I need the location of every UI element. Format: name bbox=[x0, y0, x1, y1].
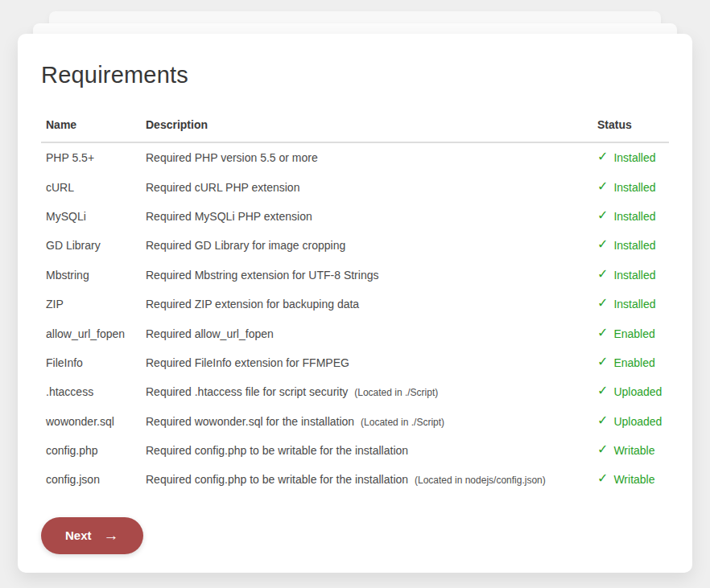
requirement-description-text: Required PHP version 5.5 or more bbox=[146, 151, 318, 164]
table-row: Mbstring Required Mbstring extension for… bbox=[41, 261, 669, 290]
check-icon: ✓ bbox=[597, 181, 608, 193]
requirement-name: PHP 5.5+ bbox=[41, 151, 141, 164]
requirement-description-text: Required ZIP extension for backuping dat… bbox=[146, 298, 359, 310]
requirement-description: Required GD Library for image cropping bbox=[141, 239, 592, 252]
check-icon: ✓ bbox=[597, 356, 608, 368]
check-icon: ✓ bbox=[597, 269, 608, 281]
page-background: { "page": { "title": "Requirements" }, "… bbox=[0, 0, 710, 588]
requirement-description: Required FileInfo extension for FFMPEG bbox=[141, 356, 592, 369]
requirement-name: MySQLi bbox=[41, 210, 141, 223]
requirement-description-text: Required FileInfo extension for FFMPEG bbox=[146, 356, 349, 369]
requirement-status: ✓ Uploaded bbox=[592, 415, 669, 428]
requirement-description: Required MySQLi PHP extension bbox=[141, 210, 592, 223]
arrow-right-icon: → bbox=[104, 528, 119, 543]
requirement-description: Required allow_url_fopen bbox=[141, 327, 592, 340]
table-row: GD Library Required GD Library for image… bbox=[41, 231, 669, 260]
requirement-status: ✓ Writable bbox=[592, 444, 669, 457]
requirement-name: FileInfo bbox=[41, 356, 141, 369]
requirement-description: Required PHP version 5.5 or more bbox=[141, 151, 592, 164]
status-label: Uploaded bbox=[613, 415, 662, 428]
page-title: Requirements bbox=[41, 60, 669, 89]
requirement-status: ✓ Writable bbox=[592, 473, 669, 486]
requirement-description: Required wowonder.sql for the installati… bbox=[141, 415, 592, 428]
requirement-description: Required cURL PHP extension bbox=[141, 181, 592, 194]
check-icon: ✓ bbox=[597, 151, 608, 163]
requirement-status: ✓ Installed bbox=[592, 239, 669, 252]
table-body: PHP 5.5+ Required PHP version 5.5 or mor… bbox=[41, 143, 669, 495]
requirement-name: ZIP bbox=[41, 298, 141, 310]
status-label: Writable bbox=[613, 473, 654, 486]
requirement-description: Required .htaccess file for script secur… bbox=[141, 385, 592, 398]
check-icon: ✓ bbox=[597, 385, 608, 397]
table-row: config.json Required config.php to be wr… bbox=[41, 465, 669, 494]
status-label: Enabled bbox=[613, 356, 654, 369]
requirement-description: Required Mbstring extension for UTF-8 St… bbox=[141, 269, 592, 282]
table-row: cURL Required cURL PHP extension ✓ Insta… bbox=[41, 172, 669, 201]
requirement-location-note: (Located in ./Script) bbox=[354, 387, 438, 398]
requirement-name: config.json bbox=[41, 473, 141, 486]
requirement-status: ✓ Installed bbox=[592, 151, 669, 164]
status-label: Installed bbox=[613, 151, 655, 164]
requirements-table: Name Description Status PHP 5.5+ Require… bbox=[41, 118, 669, 495]
requirement-location-note: (Located in nodejs/config.json) bbox=[415, 475, 546, 486]
requirement-description-text: Required MySQLi PHP extension bbox=[146, 210, 312, 223]
requirement-status: ✓ Enabled bbox=[592, 327, 669, 340]
requirement-description-text: Required allow_url_fopen bbox=[146, 327, 274, 340]
status-label: Enabled bbox=[613, 327, 654, 340]
requirement-description: Required config.php to be writable for t… bbox=[141, 444, 592, 457]
status-label: Installed bbox=[613, 181, 655, 194]
status-label: Writable bbox=[613, 444, 654, 457]
requirement-name: .htaccess bbox=[41, 385, 141, 398]
header-status: Status bbox=[592, 118, 669, 131]
requirement-name: config.php bbox=[41, 444, 141, 457]
requirement-status: ✓ Installed bbox=[592, 269, 669, 282]
requirement-description: Required ZIP extension for backuping dat… bbox=[141, 298, 592, 310]
requirement-description-text: Required Mbstring extension for UTF-8 St… bbox=[146, 269, 378, 282]
requirements-card: Requirements Name Description Status PHP… bbox=[18, 34, 692, 573]
status-label: Installed bbox=[613, 239, 655, 252]
requirement-status: ✓ Uploaded bbox=[592, 385, 669, 398]
table-row: MySQLi Required MySQLi PHP extension ✓ I… bbox=[41, 202, 669, 231]
requirement-status: ✓ Enabled bbox=[592, 356, 669, 369]
table-row: FileInfo Required FileInfo extension for… bbox=[41, 348, 669, 377]
check-icon: ✓ bbox=[597, 444, 608, 456]
check-icon: ✓ bbox=[597, 298, 608, 310]
requirement-description-text: Required wowonder.sql for the installati… bbox=[146, 415, 354, 428]
requirement-description: Required config.php to be writable for t… bbox=[141, 473, 592, 486]
requirement-status: ✓ Installed bbox=[592, 181, 669, 194]
requirement-name: GD Library bbox=[41, 239, 141, 252]
table-row: wowonder.sql Required wowonder.sql for t… bbox=[41, 407, 669, 436]
requirement-description-text: Required .htaccess file for script secur… bbox=[146, 385, 348, 398]
requirement-description-text: Required config.php to be writable for t… bbox=[146, 444, 408, 457]
status-label: Installed bbox=[613, 269, 655, 282]
header-description: Description bbox=[141, 118, 592, 131]
check-icon: ✓ bbox=[597, 415, 608, 427]
status-label: Installed bbox=[613, 210, 655, 223]
next-button[interactable]: Next → bbox=[41, 517, 143, 554]
table-row: config.php Required config.php to be wri… bbox=[41, 436, 669, 465]
requirement-description-text: Required config.php to be writable for t… bbox=[146, 473, 408, 486]
check-icon: ✓ bbox=[597, 473, 608, 485]
table-row: allow_url_fopen Required allow_url_fopen… bbox=[41, 319, 669, 347]
requirement-name: Mbstring bbox=[41, 269, 141, 282]
requirement-name: wowonder.sql bbox=[41, 415, 141, 428]
table-row: PHP 5.5+ Required PHP version 5.5 or mor… bbox=[41, 143, 669, 172]
check-icon: ✓ bbox=[597, 327, 608, 339]
check-icon: ✓ bbox=[597, 210, 608, 222]
status-label: Installed bbox=[613, 298, 655, 310]
requirement-status: ✓ Installed bbox=[592, 210, 669, 223]
table-row: ZIP Required ZIP extension for backuping… bbox=[41, 290, 669, 319]
header-name: Name bbox=[41, 118, 141, 131]
requirement-name: cURL bbox=[41, 181, 141, 194]
table-header: Name Description Status bbox=[41, 118, 669, 143]
requirement-description-text: Required GD Library for image cropping bbox=[146, 239, 345, 252]
table-row: .htaccess Required .htaccess file for sc… bbox=[41, 377, 669, 406]
requirement-status: ✓ Installed bbox=[592, 298, 669, 310]
next-button-label: Next bbox=[65, 528, 92, 542]
requirement-description-text: Required cURL PHP extension bbox=[146, 181, 299, 194]
check-icon: ✓ bbox=[597, 239, 608, 251]
requirement-name: allow_url_fopen bbox=[41, 327, 141, 340]
requirement-location-note: (Located in ./Script) bbox=[361, 417, 444, 428]
status-label: Uploaded bbox=[613, 385, 662, 398]
